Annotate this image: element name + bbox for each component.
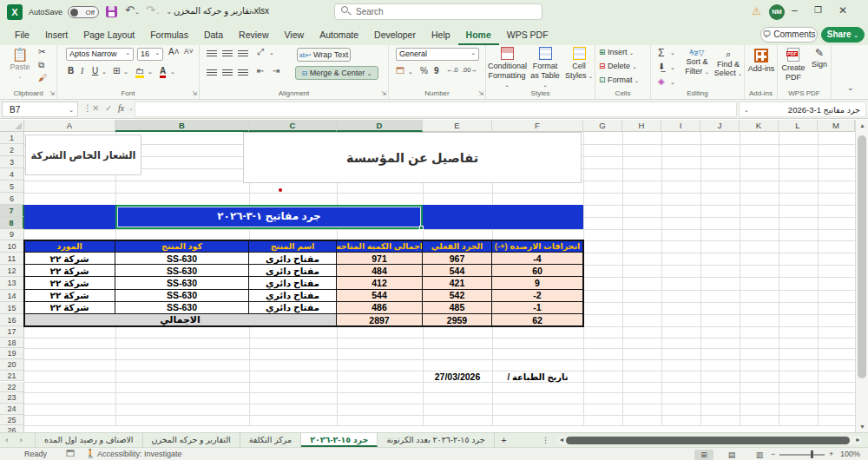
collapse-ribbon-chevron-icon[interactable]: ⌄ <box>847 83 854 92</box>
grow-font-icon[interactable]: A˄ <box>168 47 180 56</box>
fill-color-chevron-icon[interactable]: ⌄ <box>148 69 153 76</box>
tab-scroll-right-icon[interactable]: › <box>14 433 28 447</box>
minimize-button[interactable]: – <box>792 4 798 16</box>
zoom-slider[interactable] <box>779 454 825 456</box>
menu-tab-insert[interactable]: Insert <box>37 24 76 45</box>
table-total-value-1[interactable]: 2959 <box>423 314 492 326</box>
table-cell-r4-c2[interactable]: مفتاح دائري <box>249 302 337 314</box>
row-header-24[interactable]: 24 <box>0 404 24 415</box>
sign-button[interactable]: ✎ Sign <box>809 48 830 69</box>
table-cell-r0-c1[interactable]: SS-630 <box>115 253 249 265</box>
delete-cells-button[interactable]: ⊟ Delete ⌄ <box>599 62 648 70</box>
column-header-e[interactable]: E <box>423 120 492 132</box>
increase-indent-icon[interactable]: ⇥ <box>273 66 279 76</box>
menu-tab-help[interactable]: Help <box>424 24 458 45</box>
customize-toolbar-icon[interactable]: ⌄ <box>166 7 173 16</box>
underline-button[interactable]: U <box>92 66 98 76</box>
borders-chevron-icon[interactable]: ⌄ <box>123 69 128 76</box>
clipboard-dialog-launcher-icon[interactable]: ⇲ <box>49 90 55 97</box>
menu-tab-formulas[interactable]: Formulas <box>142 24 196 45</box>
table-cell-r2-c0[interactable]: شركة ٢٢ <box>24 277 115 289</box>
align-middle-icon[interactable] <box>222 49 233 58</box>
column-header-f[interactable]: F <box>492 120 583 132</box>
menu-tab-view[interactable]: View <box>277 24 312 45</box>
table-cell-r2-c5[interactable]: 9 <box>492 277 583 289</box>
confirm-entry-icon[interactable]: ✓ <box>105 103 112 113</box>
italic-button[interactable]: I <box>81 66 83 76</box>
bold-button[interactable]: B <box>68 66 74 76</box>
fill-icon[interactable]: ⬇̲ <box>658 62 665 71</box>
table-cell-r4-c0[interactable]: شركة ٢٢ <box>24 302 115 314</box>
table-cell-r1-c5[interactable]: 60 <box>492 265 583 277</box>
print-date-label-cell[interactable]: تاريخ الطباعة / <box>492 371 583 383</box>
page-layout-view-button[interactable]: ▤ <box>722 450 741 460</box>
table-cell-r2-c3[interactable]: 412 <box>337 277 423 289</box>
find-select-button[interactable]: ⌕ Find & Select ⌄ <box>713 49 743 77</box>
logo-text-box[interactable]: الشعار الخاص الشركة <box>25 135 141 175</box>
table-cell-r3-c5[interactable]: -2 <box>492 290 583 302</box>
autosum-icon[interactable]: Σ <box>658 47 664 59</box>
name-box[interactable]: B7⌄ <box>2 102 78 117</box>
autosave-toggle[interactable]: Off <box>68 6 99 18</box>
addins-button[interactable]: Add-ins <box>746 49 776 74</box>
table-total-value-2[interactable]: 62 <box>492 314 583 326</box>
row-header-23[interactable]: 23 <box>0 392 24 404</box>
table-header-col-4[interactable]: الجرد الفعلي <box>423 240 492 253</box>
scroll-up-icon[interactable]: ▲ <box>859 122 865 128</box>
details-text-box[interactable]: تفاصيل عن المؤسسة <box>243 132 582 183</box>
macro-record-icon[interactable]: 🗔 <box>66 449 75 458</box>
row-header-15[interactable]: 15 <box>0 302 24 314</box>
align-right-icon[interactable] <box>238 68 248 77</box>
table-cell-r0-c4[interactable]: 967 <box>423 253 492 265</box>
alignment-dialog-launcher-icon[interactable]: ⇲ <box>381 90 386 97</box>
table-cell-r2-c1[interactable]: SS-630 <box>115 277 249 289</box>
table-cell-r0-c2[interactable]: مفتاح دائري <box>249 253 337 265</box>
align-bottom-icon[interactable] <box>238 49 248 58</box>
column-header-g[interactable]: G <box>583 120 622 132</box>
table-cell-r1-c4[interactable]: 544 <box>423 265 492 277</box>
close-button[interactable]: ✕ <box>838 4 847 16</box>
row-header-2[interactable]: 2 <box>0 144 24 156</box>
align-center-icon[interactable] <box>222 68 233 77</box>
avatar[interactable]: NM <box>769 4 785 20</box>
table-total-label[interactable]: الاجمالي <box>24 314 337 326</box>
fill-handle[interactable] <box>419 226 424 230</box>
normal-view-button[interactable]: ⊞ <box>694 450 713 460</box>
row-header-22[interactable]: 22 <box>0 382 24 393</box>
number-dialog-launcher-icon[interactable]: ⇲ <box>478 90 483 97</box>
undo-button[interactable]: ↶⌄ <box>125 3 140 16</box>
horizontal-scrollbar[interactable]: ◄ ► <box>557 436 863 444</box>
table-cell-r4-c4[interactable]: 485 <box>423 302 492 314</box>
font-name-select[interactable]: Aptos Narrow⌄ <box>66 48 134 61</box>
column-header-c[interactable]: C <box>249 120 337 132</box>
clear-chevron-icon[interactable]: ⌄ <box>670 79 675 86</box>
cut-icon[interactable]: ✂ <box>38 47 45 56</box>
table-cell-r0-c0[interactable]: شركة ٢٢ <box>24 253 115 265</box>
increase-decimal-icon[interactable]: ←.0 <box>446 66 458 74</box>
menu-tab-home[interactable]: Home <box>458 24 499 45</box>
search-input[interactable]: Search <box>334 3 542 20</box>
sheet-name-selector[interactable]: ⌄ جرد مفاتيح 1-3-2026 <box>739 102 866 117</box>
menu-tab-data[interactable]: Data <box>196 24 231 45</box>
fill-color-icon[interactable]: 🗀 <box>135 66 144 78</box>
row-header-18[interactable]: 18 <box>0 338 24 349</box>
warning-icon[interactable]: ⚠ <box>752 5 761 17</box>
table-cell-r2-c4[interactable]: 421 <box>423 277 492 289</box>
font-color-icon[interactable]: A <box>160 66 166 78</box>
decrease-decimal-icon[interactable]: .00→ <box>462 66 477 74</box>
table-cell-r1-c2[interactable]: مفتاح دائري <box>249 265 337 277</box>
row-header-19[interactable]: 19 <box>0 348 24 359</box>
page-break-view-button[interactable]: ▥ <box>750 450 769 460</box>
row-header-3[interactable]: 3 <box>0 156 24 168</box>
sheet-tab-1[interactable]: التقارير و حركه المخزن <box>143 433 240 447</box>
table-header-col-1[interactable]: كود المنتج <box>115 240 249 253</box>
row-header-21[interactable]: 21 <box>0 371 24 382</box>
row-header-10[interactable]: 10 <box>0 240 24 253</box>
menu-tab-developer[interactable]: Developer <box>366 24 424 45</box>
scroll-left-icon[interactable]: ◄ <box>559 437 565 443</box>
font-size-select[interactable]: 16⌄ <box>137 48 163 61</box>
vertical-scrollbar[interactable]: ▲ ▼ <box>855 120 868 432</box>
comments-button[interactable]: 🗩 Comments <box>760 27 818 43</box>
underline-chevron-icon[interactable]: ⌄ <box>102 69 107 76</box>
zoom-in-button[interactable]: + <box>829 450 833 458</box>
